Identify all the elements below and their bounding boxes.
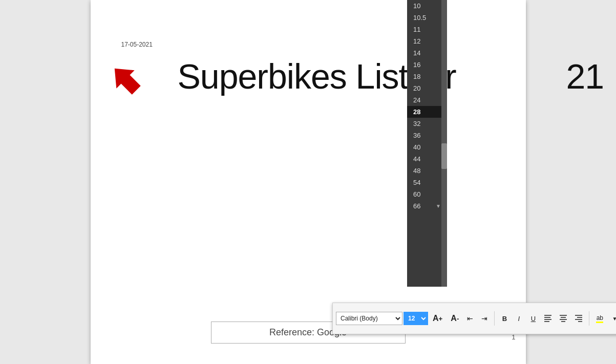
document-title: Superbikes List for 21	[178, 56, 604, 96]
indent-decrease-button[interactable]: ⇤	[463, 312, 477, 325]
page-number: 1	[512, 333, 515, 341]
date-label: 17-05-2021	[121, 41, 153, 48]
separator-1	[494, 311, 495, 326]
font-family-section: Calibri (Body)	[336, 312, 402, 325]
font-size-select[interactable]: 12	[403, 312, 428, 325]
font-grow-button[interactable]: A+	[429, 312, 446, 325]
bold-button[interactable]: B	[498, 312, 511, 325]
font-family-select[interactable]: Calibri (Body)	[336, 312, 402, 325]
mini-toolbar: Calibri (Body) 12 A+ A- ⇤ ⇥ B I U	[332, 303, 616, 334]
separator-2	[589, 311, 589, 326]
align-left-button[interactable]	[541, 312, 555, 325]
highlight-section: ab ▼	[592, 312, 616, 325]
text-format-section: B I U	[498, 312, 540, 325]
scrollbar-thumb[interactable]	[441, 143, 447, 169]
italic-button[interactable]: I	[512, 312, 525, 325]
align-center-button[interactable]	[556, 312, 570, 325]
indent-section: ⇤ ⇥	[463, 312, 491, 325]
font-color-dropdown[interactable]: ▼	[608, 312, 616, 325]
font-size-section: 12	[403, 312, 428, 325]
align-right-button[interactable]	[571, 312, 586, 325]
indent-increase-button[interactable]: ⇥	[478, 312, 491, 325]
red-arrow-icon	[110, 64, 141, 97]
underline-button[interactable]: U	[526, 312, 540, 325]
highlight-button[interactable]: ab	[592, 312, 607, 325]
font-grow-shrink-section: A+ A-	[429, 312, 462, 325]
svg-marker-0	[110, 64, 141, 95]
font-size-dropdown[interactable]: 10 10.5 11 12 14 16 18 20 24 28 32 36 40…	[407, 0, 447, 287]
scrollbar-track[interactable]	[441, 0, 447, 287]
align-section	[541, 312, 586, 325]
font-shrink-button[interactable]: A-	[447, 312, 462, 325]
